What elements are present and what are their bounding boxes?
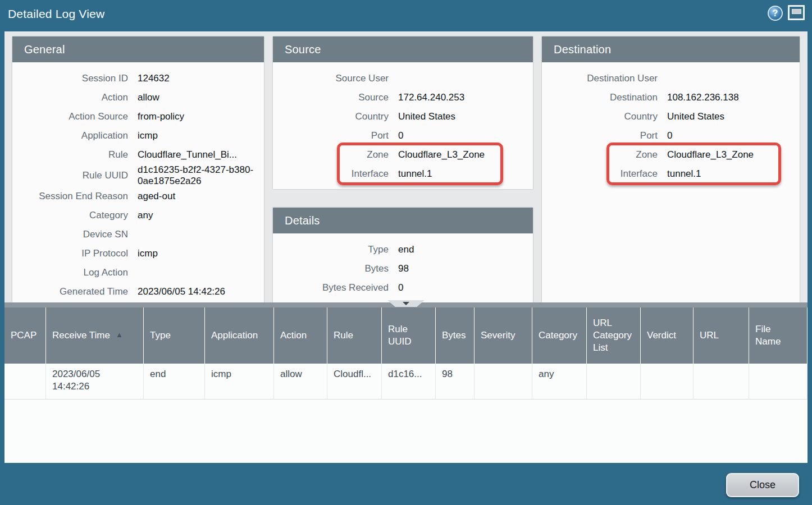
table-column-header[interactable]: Receive Time ▲ — [46, 307, 144, 364]
table-column-header[interactable]: PCAP — [4, 307, 46, 364]
field-row: Device SN — [12, 225, 264, 244]
field-value: United States — [667, 111, 800, 122]
table-row[interactable]: 2023/06/05 14:42:26 end icmp allow Cloud… — [4, 364, 808, 400]
splitter-collapse-handle[interactable] — [387, 300, 425, 307]
window-restore-icon[interactable] — [788, 5, 805, 20]
source-highlighted-fields: Zone Cloudflare_L3_Zone Interface tunnel… — [273, 145, 533, 183]
column-header-label: Severity — [481, 329, 515, 342]
field-label: Session End Reason — [12, 191, 128, 202]
field-row: Zone Cloudflare_L3_Zone — [542, 145, 800, 164]
log-table-header: PCAP Receive Time ▲ Type Application Act… — [4, 307, 808, 364]
field-value: Cloudflare_L3_Zone — [398, 149, 533, 160]
field-row: Log Action — [12, 263, 264, 282]
field-label: Country — [273, 111, 389, 122]
field-label: Source — [273, 92, 389, 103]
field-value: from-policy — [138, 111, 264, 122]
title-bar: Detailed Log View ? — [0, 0, 812, 27]
column-header-label: Receive Time — [52, 329, 110, 342]
field-label: Category — [12, 210, 128, 221]
table-cell — [475, 364, 532, 400]
table-cell: d1c16... — [382, 364, 436, 400]
field-label: Bytes — [273, 263, 389, 274]
field-value: any — [138, 210, 264, 221]
table-cell — [587, 364, 641, 400]
table-column-header[interactable]: URL Category List — [587, 307, 641, 364]
table-column-header[interactable]: Verdict — [641, 307, 694, 364]
window-restore-icon-inner — [792, 9, 801, 14]
table-column-header[interactable]: Application — [205, 307, 274, 364]
field-row: Application icmp — [12, 126, 264, 145]
table-cell: 2023/06/05 14:42:26 — [46, 364, 144, 400]
source-zone-highlight-group: Zone Cloudflare_L3_Zone Interface tunnel… — [273, 145, 533, 183]
table-cell: icmp — [205, 364, 274, 400]
field-label: Destination — [542, 92, 658, 103]
table-column-header[interactable]: Bytes — [436, 307, 475, 364]
table-cell: allow — [274, 364, 327, 400]
field-label: Port — [273, 130, 389, 141]
field-value: 2023/06/05 14:42:26 — [138, 286, 264, 297]
field-row: IP Protocol icmp — [12, 244, 264, 263]
field-row: Action Source from-policy — [12, 107, 264, 126]
field-row: Destination 108.162.236.138 — [542, 88, 800, 107]
field-label: Destination User — [542, 73, 658, 84]
field-row: Country United States — [542, 107, 800, 126]
table-column-header[interactable]: Rule — [327, 307, 382, 364]
field-row: Generated Time 2023/06/05 14:42:26 — [12, 282, 264, 301]
column-header-label: Type — [150, 329, 171, 342]
field-label: Device SN — [12, 229, 128, 240]
spacer — [273, 183, 533, 189]
field-value: icmp — [138, 130, 264, 141]
source-panel: Source Source User Source 172.64.240.253 — [273, 36, 533, 189]
field-label: Interface — [542, 168, 658, 180]
table-column-header[interactable]: Type — [144, 307, 205, 364]
table-cell: any — [532, 364, 587, 400]
table-column-header[interactable]: Action — [274, 307, 327, 364]
table-cell: 98 — [436, 364, 475, 400]
column-header-label: PCAP — [11, 329, 37, 342]
table-column-header[interactable]: URL — [694, 307, 749, 364]
destination-panel-body: Destination User Destination 108.162.236… — [542, 62, 800, 183]
field-row: Action allow — [12, 88, 264, 107]
field-label: Zone — [273, 149, 389, 160]
field-row: Rule UUID d1c16235-b2f2-4327-b380-0ae187… — [12, 164, 264, 187]
field-label: Application — [12, 130, 128, 141]
destination-panel: Destination Destination User Destination… — [542, 36, 800, 302]
help-icon[interactable]: ? — [768, 6, 783, 21]
field-row: Source User — [273, 69, 533, 88]
field-label: Type — [273, 244, 389, 255]
field-value: Cloudflare_Tunnel_Bi... — [138, 149, 264, 160]
details-panel-body: Type end Bytes 98 Bytes Received 0 — [273, 233, 533, 297]
table-cell: end — [144, 364, 205, 400]
source-panel-header: Source — [273, 36, 533, 62]
field-value: 0 — [398, 282, 533, 293]
destination-highlighted-fields: Zone Cloudflare_L3_Zone Interface tunnel… — [542, 145, 800, 183]
field-label: IP Protocol — [12, 248, 128, 259]
general-panel-body: Session ID 124632 Action allow Action So… — [12, 62, 264, 301]
close-button[interactable]: Close — [726, 473, 799, 497]
field-row: Bytes Received 0 — [273, 278, 533, 297]
table-column-header[interactable]: File Name — [749, 307, 808, 364]
column-header-label: Application — [211, 329, 258, 342]
table-column-header[interactable]: Severity — [475, 307, 532, 364]
field-value: 172.64.240.253 — [398, 92, 533, 103]
table-column-header[interactable]: Category — [532, 307, 587, 364]
field-label: Log Action — [12, 267, 128, 278]
general-column: General Session ID 124632 Action allow A… — [12, 36, 264, 302]
field-row: Zone Cloudflare_L3_Zone — [273, 145, 533, 164]
column-header-label: File Name — [755, 323, 781, 348]
field-row: Interface tunnel.1 — [273, 164, 533, 183]
field-label: Port — [542, 130, 658, 141]
field-label: Country — [542, 111, 658, 122]
field-row: Session ID 124632 — [12, 69, 264, 88]
source-panel-body: Source User Source 172.64.240.253 Countr… — [273, 62, 533, 189]
field-value: Cloudflare_L3_Zone — [667, 149, 800, 160]
destination-zone-highlight-group: Zone Cloudflare_L3_Zone Interface tunnel… — [542, 145, 800, 183]
log-table: PCAP Receive Time ▲ Type Application Act… — [4, 307, 808, 463]
page-title: Detailed Log View — [8, 7, 104, 21]
column-header-label: URL Category List — [593, 317, 632, 354]
table-column-header[interactable]: Rule UUID — [382, 307, 436, 364]
field-row: Interface tunnel.1 — [542, 164, 800, 183]
table-cell — [4, 364, 46, 400]
pane-splitter[interactable] — [4, 302, 808, 307]
table-cell: Cloudfl... — [327, 364, 382, 400]
